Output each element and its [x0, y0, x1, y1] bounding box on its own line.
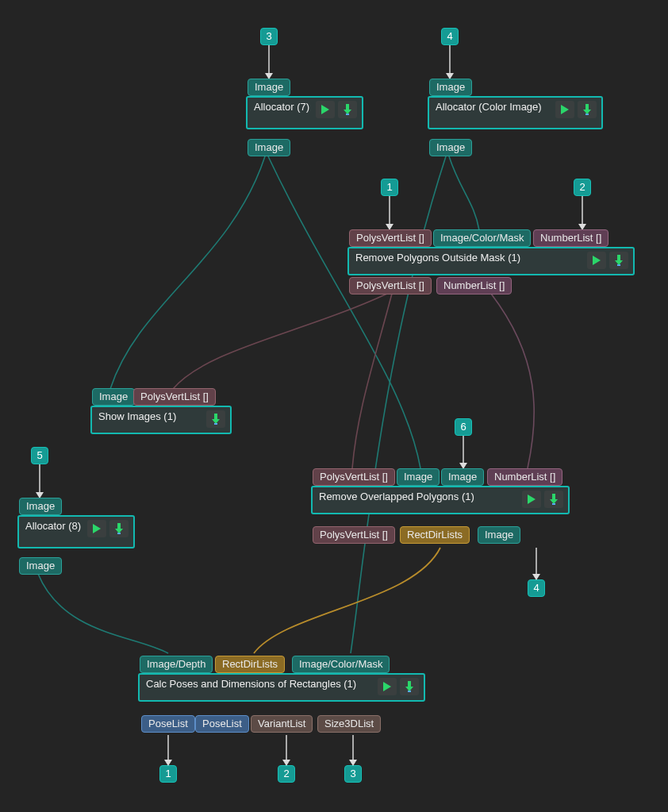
output-badge-4[interactable]: 4 [528, 579, 545, 597]
port-polys[interactable]: PolysVertList [] [349, 229, 432, 247]
port-image-color-mask[interactable]: Image/Color/Mask [292, 656, 390, 673]
port-poselist[interactable]: PoseList [195, 715, 249, 733]
download-icon[interactable] [109, 520, 129, 537]
input-badge-4[interactable]: 4 [441, 28, 459, 45]
port-variantlist[interactable]: VariantList [251, 715, 313, 733]
download-icon[interactable] [400, 678, 419, 695]
play-icon[interactable] [555, 101, 574, 118]
port-polys[interactable]: PolysVertList [] [313, 526, 395, 544]
port-polys[interactable]: PolysVertList [] [349, 277, 432, 294]
node-calc-poses[interactable]: Calc Poses and Dimensions of Rectangles … [138, 673, 425, 702]
port-image[interactable]: Image [429, 79, 472, 96]
node-show-images[interactable]: Show Images (1) [90, 406, 232, 434]
input-badge-6[interactable]: 6 [455, 418, 472, 436]
port-numberlist[interactable]: NumberList [] [533, 229, 608, 247]
port-rectdirlists[interactable]: RectDirLists [400, 526, 470, 544]
port-image[interactable]: Image [19, 498, 62, 515]
port-image[interactable]: Image [92, 388, 135, 406]
play-icon[interactable] [316, 101, 335, 118]
port-image[interactable]: Image [19, 557, 62, 575]
port-image[interactable]: Image [429, 139, 472, 156]
node-graph-canvas[interactable]: 3 4 1 2 5 6 4 1 2 3 Image Allocator (7) … [0, 0, 668, 812]
output-badge-3[interactable]: 3 [344, 765, 362, 783]
download-icon[interactable] [578, 101, 597, 118]
output-badge-1[interactable]: 1 [159, 765, 177, 783]
port-rectdirlists[interactable]: RectDirLists [215, 656, 285, 673]
port-image[interactable]: Image [248, 79, 290, 96]
node-allocator-color[interactable]: Allocator (Color Image) [428, 96, 603, 129]
port-image[interactable]: Image [441, 468, 484, 486]
port-polys[interactable]: PolysVertList [] [133, 388, 216, 406]
play-icon[interactable] [587, 252, 606, 269]
port-numberlist[interactable]: NumberList [] [487, 468, 562, 486]
node-remove-polygons-mask[interactable]: Remove Polygons Outside Mask (1) [347, 247, 635, 275]
input-badge-5[interactable]: 5 [31, 447, 48, 464]
download-icon[interactable] [544, 491, 563, 508]
output-badge-2[interactable]: 2 [278, 765, 295, 783]
play-icon[interactable] [87, 520, 106, 537]
input-badge-1[interactable]: 1 [381, 179, 398, 196]
download-icon[interactable] [338, 101, 357, 118]
port-numberlist[interactable]: NumberList [] [436, 277, 512, 294]
node-allocator-7[interactable]: Allocator (7) [246, 96, 363, 129]
download-icon[interactable] [206, 410, 225, 428]
play-icon[interactable] [522, 491, 541, 508]
port-image[interactable]: Image [248, 139, 290, 156]
node-remove-overlapped-polygons[interactable]: Remove Overlapped Polygons (1) [311, 486, 570, 514]
port-image-color-mask[interactable]: Image/Color/Mask [433, 229, 531, 247]
port-image-depth[interactable]: Image/Depth [140, 656, 213, 673]
input-badge-3[interactable]: 3 [260, 28, 278, 45]
port-polys[interactable]: PolysVertList [] [313, 468, 395, 486]
node-allocator-8[interactable]: Allocator (8) [17, 515, 135, 548]
input-badge-2[interactable]: 2 [574, 179, 591, 196]
port-image[interactable]: Image [478, 526, 520, 544]
port-size3dlist[interactable]: Size3DList [317, 715, 381, 733]
port-image[interactable]: Image [397, 468, 440, 486]
play-icon[interactable] [378, 678, 397, 695]
port-poselist[interactable]: PoseList [141, 715, 195, 733]
download-icon[interactable] [609, 252, 628, 269]
